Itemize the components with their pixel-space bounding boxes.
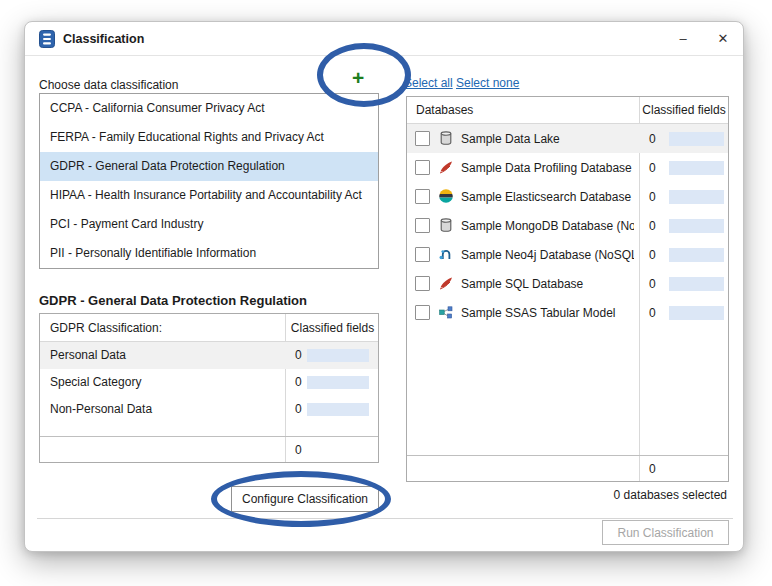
classification-dialog: Classification – ✕ Choose data classific… [24,21,744,552]
table-row[interactable]: Sample SQL Database 0 [407,269,728,298]
classified-fields-bar [669,132,724,146]
gdpr-classification-table: GDPR Classification: Classified fields P… [39,313,379,463]
sql-server-icon [438,159,454,175]
databases-table-total-row: 0 [407,455,728,481]
ssas-icon [438,304,454,320]
classified-fields-bar [307,376,369,389]
run-classification-button[interactable]: Run Classification [602,520,729,545]
add-classification-button[interactable]: + [352,67,364,89]
database-name: Sample SQL Database [461,277,634,291]
gdpr-row-count: 0 [295,375,302,389]
classification-item-pii[interactable]: PII - Personally Identifiable Informatio… [40,239,378,268]
table-row[interactable]: Sample Data Lake 0 [407,124,728,153]
gdpr-classification-column-header: GDPR Classification: [50,321,162,335]
classification-item-ccpa[interactable]: CCPA - California Consumer Privacy Act [40,94,378,123]
sql-server-icon [438,275,454,291]
gdpr-row-label: Non-Personal Data [50,402,152,416]
classification-item-gdpr[interactable]: GDPR - General Data Protection Regulatio… [40,152,378,181]
database-name: Sample Elasticsearch Database (Se... [461,190,634,204]
table-row[interactable]: Sample MongoDB Database (NoSQ... 0 [407,211,728,240]
gdpr-table-total-row: 0 [40,436,378,462]
gdpr-total-count: 0 [295,443,302,457]
database-checkbox[interactable] [415,131,430,146]
app-icon [39,30,55,48]
classified-fields-column-header: Classified fields [640,103,728,117]
classification-list: CCPA - California Consumer Privacy Act F… [39,93,379,269]
database-count: 0 [649,219,656,233]
minimize-button[interactable]: – [663,22,703,55]
gdpr-row-count: 0 [295,402,302,416]
table-row[interactable]: Sample Neo4j Database (NoSQL Gr... 0 [407,240,728,269]
database-checkbox[interactable] [415,276,430,291]
table-row[interactable]: Sample Elasticsearch Database (Se... 0 [407,182,728,211]
table-row[interactable]: Sample SSAS Tabular Model 0 [407,298,728,327]
classified-fields-column-header: Classified fields [286,321,379,335]
database-count: 0 [649,306,656,320]
databases-total-count: 0 [649,462,656,476]
title-bar: Classification – ✕ [25,22,743,56]
table-row[interactable]: Special Category 0 [40,369,378,396]
gdpr-row-label: Personal Data [50,348,126,362]
neo4j-icon [438,246,454,262]
gdpr-detail-heading: GDPR - General Data Protection Regulatio… [39,293,307,308]
desktop-background: Classification – ✕ Choose data classific… [0,0,772,586]
database-name: Sample MongoDB Database (NoSQ... [461,219,634,233]
table-row[interactable]: Non-Personal Data 0 [40,396,378,423]
elasticsearch-icon [438,188,454,204]
database-count: 0 [649,248,656,262]
classification-item-ferpa[interactable]: FERPA - Family Educational Rights and Pr… [40,123,378,152]
classified-fields-bar [669,190,724,204]
database-name: Sample SSAS Tabular Model [461,306,634,320]
gdpr-row-label: Special Category [50,375,141,389]
database-name: Sample Neo4j Database (NoSQL Gr... [461,248,634,262]
window-title: Classification [63,32,144,46]
select-all-link[interactable]: Select all [404,76,453,90]
classified-fields-bar [669,248,724,262]
table-row[interactable]: Personal Data 0 [40,342,378,369]
database-cylinder-icon [438,130,454,146]
database-checkbox[interactable] [415,189,430,204]
databases-selected-summary: 0 databases selected [614,488,727,502]
database-name: Sample Data Lake [461,132,634,146]
footer-divider [37,518,733,519]
database-count: 0 [649,277,656,291]
classification-item-pci[interactable]: PCI - Payment Card Industry [40,210,378,239]
close-button[interactable]: ✕ [703,22,743,55]
databases-table-header: Databases Classified fields [407,97,728,124]
database-count: 0 [649,132,656,146]
classified-fields-bar [669,219,724,233]
database-count: 0 [649,161,656,175]
classified-fields-bar [307,349,369,362]
database-count: 0 [649,190,656,204]
database-checkbox[interactable] [415,247,430,262]
gdpr-table-header: GDPR Classification: Classified fields [40,314,378,342]
gdpr-row-count: 0 [295,348,302,362]
table-row[interactable]: Sample Data Profiling Database 0 [407,153,728,182]
classified-fields-bar [669,161,724,175]
select-none-link[interactable]: Select none [456,76,519,90]
classified-fields-bar [669,306,724,320]
database-checkbox[interactable] [415,160,430,175]
database-checkbox[interactable] [415,305,430,320]
classification-item-hipaa[interactable]: HIPAA - Health Insurance Portability and… [40,181,378,210]
databases-column-header: Databases [416,103,473,117]
choose-classification-label: Choose data classification [39,78,178,92]
database-name: Sample Data Profiling Database [461,161,634,175]
database-cylinder-icon [438,217,454,233]
configure-classification-button[interactable]: Configure Classification [231,486,379,512]
databases-table: Databases Classified fields Sample Data … [406,96,729,482]
classified-fields-bar [669,277,724,291]
classified-fields-bar [307,403,369,416]
database-checkbox[interactable] [415,218,430,233]
